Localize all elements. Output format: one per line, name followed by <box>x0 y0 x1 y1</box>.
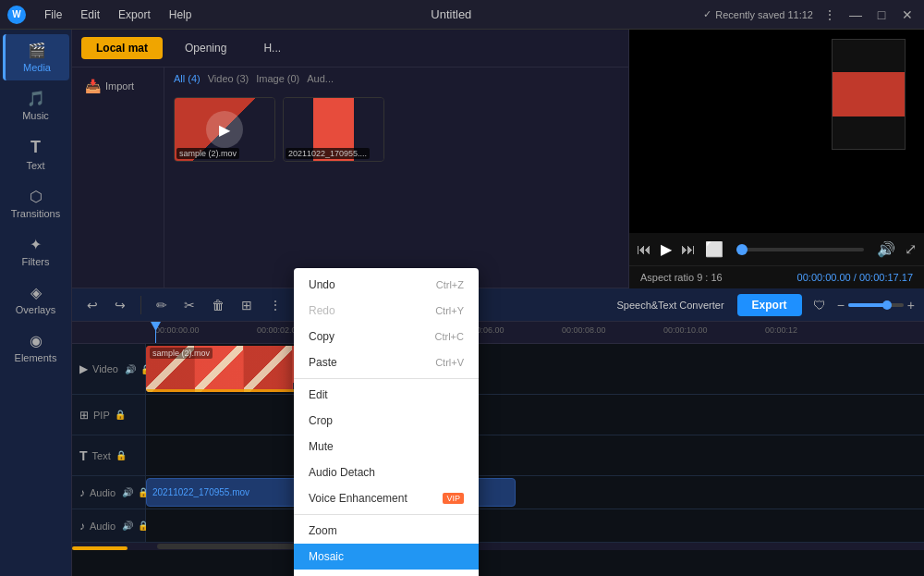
ctx-edit[interactable]: Edit <box>294 382 479 408</box>
media-thumb-2[interactable]: 20211022_170955.... <box>283 97 384 162</box>
more-options-button[interactable]: ⋮ <box>821 6 839 24</box>
ctx-undo[interactable]: Undo Ctrl+Z <box>294 272 479 298</box>
delete-button[interactable]: 🗑 <box>206 294 230 316</box>
text-label-text: Text <box>92 450 111 461</box>
video-volume-icon[interactable]: 🔊 <box>125 364 136 374</box>
crop-button[interactable]: ⊞ <box>236 294 258 316</box>
fullscreen-button[interactable]: ⬜ <box>705 240 723 258</box>
filter-all[interactable]: All (4) <box>174 73 201 84</box>
sidebar-item-label: Text <box>26 160 44 171</box>
ctx-undo-label: Undo <box>309 278 335 291</box>
tab-h[interactable]: H... <box>249 37 296 59</box>
text-icon: T <box>30 138 41 157</box>
ctx-voice-enhancement[interactable]: Voice Enhancement VIP <box>294 485 479 511</box>
frame-3 <box>244 346 292 392</box>
timeline-scrollbar[interactable] <box>72 543 924 550</box>
tool-divider-1 <box>140 296 141 314</box>
skip-back-button[interactable]: ⏮ <box>637 241 651 258</box>
ctx-crop[interactable]: Crop <box>294 408 479 434</box>
undo-button[interactable]: ↩ <box>81 294 103 316</box>
preview-info: Aspect ratio 9 : 16 00:00:00.00 / 00:00:… <box>629 265 924 288</box>
zoom-in-button[interactable]: + <box>907 298 915 313</box>
menu-file[interactable]: File <box>37 5 69 25</box>
audio-1-track-content[interactable]: 20211022_170955.mov <box>146 476 924 509</box>
skip-forward-button[interactable]: ⏭ <box>681 241 696 258</box>
audio-1-label-text: Audio <box>90 487 116 498</box>
close-button[interactable]: ✕ <box>898 6 917 24</box>
menu-edit[interactable]: Edit <box>73 5 107 25</box>
filter-image[interactable]: Image (0) <box>256 73 299 84</box>
sidebar-item-media[interactable]: 🎬 Media <box>3 34 69 80</box>
ctx-copy-label: Copy <box>309 330 334 343</box>
ctx-copy[interactable]: Copy Ctrl+C <box>294 324 479 349</box>
audio-2-volume-icon[interactable]: 🔊 <box>122 521 133 531</box>
shield-button[interactable]: 🛡 <box>808 294 832 316</box>
preview-controls: ⏮ ▶ ⏭ ⬜ 🔊 ⤢ <box>629 233 924 265</box>
split-button[interactable]: ⋮ <box>263 294 287 316</box>
ctx-audio-detach[interactable]: Audio Detach <box>294 460 479 485</box>
ctx-mosaic[interactable]: Mosaic <box>294 544 479 570</box>
media-body: 📥 Import All (4) Video (3) Image (0) Aud… <box>72 67 628 288</box>
audio-track-2-icon: ♪ <box>79 520 85 533</box>
sidebar-item-music[interactable]: 🎵 Music <box>3 82 69 129</box>
audio-clip-1-label: 20211022_170955.mov <box>152 487 249 497</box>
volume-button[interactable]: 🔊 <box>877 240 895 258</box>
filter-video[interactable]: Video (3) <box>208 73 249 84</box>
audio-1-volume-icon[interactable]: 🔊 <box>122 487 133 497</box>
ctx-edit-label: Edit <box>309 388 328 401</box>
menu-help[interactable]: Help <box>162 5 200 25</box>
zoom-out-button[interactable]: − <box>837 298 845 313</box>
clip-label-1: sample (2).mov <box>150 348 213 359</box>
preview-thumb-inner <box>833 40 905 149</box>
zoom-dot <box>882 300 892 310</box>
play-button[interactable]: ▶ <box>661 240 672 258</box>
audio-track-2: ♪ Audio 🔊 🔒 <box>72 509 924 543</box>
sidebar-item-elements[interactable]: ◉ Elements <box>3 325 69 371</box>
saved-indicator: ✓ Recently saved 11:12 <box>703 8 813 20</box>
maximize-button[interactable]: □ <box>872 6 891 24</box>
media-grid-area: All (4) Video (3) Image (0) Aud... ▶ <box>164 67 628 288</box>
pip-lock-icon[interactable]: 🔒 <box>115 410 126 420</box>
import-button[interactable]: 📥 Import <box>79 75 156 97</box>
window-title: Untitled <box>199 7 703 21</box>
thumb-label-1: sample (2).mov <box>176 148 239 159</box>
tab-opening[interactable]: Opening <box>170 37 241 59</box>
sidebar-item-text[interactable]: T Text <box>3 130 69 178</box>
sidebar-item-label: Transitions <box>11 208 60 219</box>
export-button[interactable]: Export <box>737 294 802 316</box>
pip-track-label: ⊞ PIP 🔒 <box>72 395 146 435</box>
cut-button[interactable]: ✂ <box>178 294 201 316</box>
filter-audio[interactable]: Aud... <box>307 73 334 84</box>
media-thumb-1[interactable]: ▶ sample (2).mov <box>174 97 275 162</box>
sidebar: 🎬 Media 🎵 Music T Text ⬡ Transitions ✦ F… <box>0 30 72 576</box>
context-menu: Undo Ctrl+Z Redo Ctrl+Y Copy Ctrl+C Past… <box>294 268 479 576</box>
video-track-content[interactable]: sample (2).mov <box>146 344 924 394</box>
zoom-track[interactable] <box>848 303 904 307</box>
speech-text-converter-button[interactable]: Speech&Text Converter <box>609 296 731 314</box>
ctx-mute[interactable]: Mute <box>294 434 479 460</box>
playback-progress[interactable] <box>736 248 864 251</box>
zoom-fill <box>848 303 887 307</box>
audio-2-track-content[interactable] <box>146 509 924 542</box>
tab-local-mat[interactable]: Local mat <box>81 37 163 59</box>
menu-export[interactable]: Export <box>111 5 158 25</box>
edit-button[interactable]: ✏ <box>151 294 173 316</box>
sidebar-item-transitions[interactable]: ⬡ Transitions <box>3 180 69 227</box>
ctx-zoom[interactable]: Zoom <box>294 518 479 544</box>
ctx-crop-label: Crop <box>309 414 333 427</box>
sidebar-item-filters[interactable]: ✦ Filters <box>3 228 69 275</box>
ctx-paste-shortcut: Ctrl+V <box>435 357 464 368</box>
pip-track-content[interactable] <box>146 395 924 435</box>
aspect-ratio-label: Aspect ratio 9 : 16 <box>640 272 723 283</box>
toolbar: ↩ ↪ ✏ ✂ 🗑 ⊞ ⋮ Speech&Text Converter Expo… <box>72 288 924 322</box>
sidebar-item-overlays[interactable]: ◈ Overlays <box>3 276 69 323</box>
expand-button[interactable]: ⤢ <box>905 240 917 258</box>
media-grid: ▶ sample (2).mov 20211022_170955.... <box>164 90 628 169</box>
music-icon: 🎵 <box>27 90 45 107</box>
ctx-extract-subtitle[interactable]: Extract subtitle VIP <box>294 570 479 576</box>
ctx-paste[interactable]: Paste Ctrl+V <box>294 349 479 375</box>
minimize-button[interactable]: — <box>846 6 865 24</box>
text-track-content[interactable] <box>146 435 924 475</box>
redo-button[interactable]: ↪ <box>109 294 131 316</box>
text-lock-icon[interactable]: 🔒 <box>116 450 127 460</box>
